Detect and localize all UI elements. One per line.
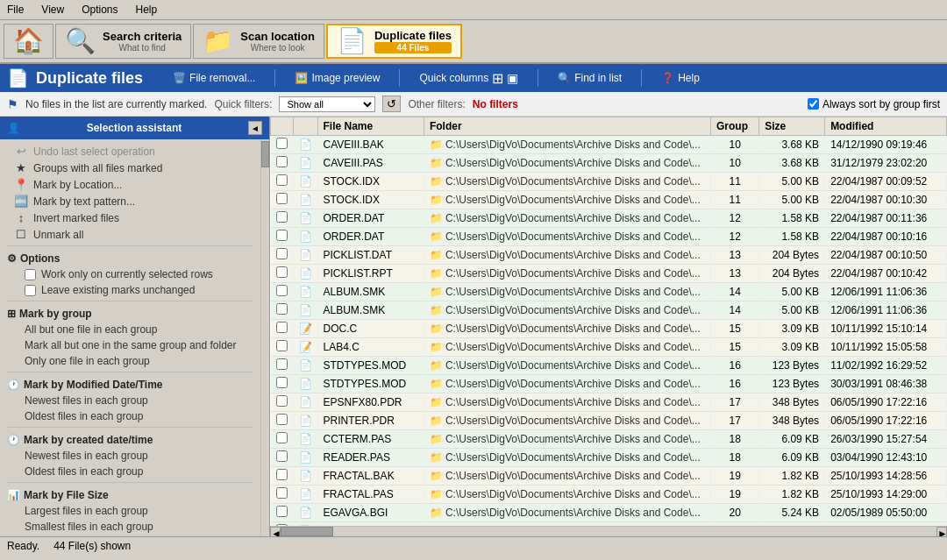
row-checkbox-cell[interactable] bbox=[271, 136, 294, 154]
h-scroll-track[interactable] bbox=[281, 527, 936, 536]
panel-item-oldest-created[interactable]: Oldest files in each group bbox=[0, 464, 260, 479]
row-checkbox[interactable] bbox=[276, 414, 288, 425]
h-scroll-left[interactable]: ◄ bbox=[270, 527, 281, 537]
table-row[interactable]: 📄 EGAVGA.BGI 📁C:\Users\DigVo\Documents\A… bbox=[271, 504, 947, 522]
panel-close-button[interactable]: ◄ bbox=[248, 121, 262, 135]
panel-item-groups-all[interactable]: ★ Groups with all files marked bbox=[0, 159, 260, 176]
panel-item-leave-existing[interactable]: Leave existing marks unchanged bbox=[0, 282, 260, 298]
horizontal-scrollbar[interactable]: ◄ ► bbox=[270, 526, 947, 536]
file-table[interactable]: File Name Folder Group Size Modified 📄 C… bbox=[270, 117, 947, 526]
home-button[interactable]: 🏠 bbox=[4, 24, 53, 59]
table-row[interactable]: 📄 CAVEIII.PAS 📁C:\Users\DigVo\Documents\… bbox=[271, 154, 947, 173]
panel-item-oldest-modified[interactable]: Oldest files in each group bbox=[0, 408, 260, 424]
duplicate-files-button[interactable]: 📄 Duplicate files 44 Files bbox=[326, 24, 462, 59]
panel-item-all-but-one[interactable]: All but one file in each group bbox=[0, 322, 260, 337]
panel-scrollbar[interactable] bbox=[260, 139, 269, 536]
row-checkbox-cell[interactable] bbox=[271, 154, 294, 173]
row-checkbox-cell[interactable] bbox=[271, 320, 294, 338]
row-checkbox-cell[interactable] bbox=[271, 467, 294, 486]
menu-options[interactable]: Options bbox=[78, 2, 121, 18]
row-checkbox-cell[interactable] bbox=[271, 283, 294, 301]
row-checkbox-cell[interactable] bbox=[271, 375, 294, 393]
row-checkbox-cell[interactable] bbox=[271, 486, 294, 504]
work-selected-checkbox[interactable] bbox=[25, 269, 36, 280]
table-row[interactable]: 📄 ALBUM.SMK 📁C:\Users\DigVo\Documents\Ar… bbox=[271, 301, 947, 320]
row-checkbox[interactable] bbox=[276, 340, 288, 351]
row-checkbox-cell[interactable] bbox=[271, 265, 294, 283]
col-size[interactable]: Size bbox=[759, 117, 825, 136]
row-checkbox-cell[interactable] bbox=[271, 209, 294, 228]
row-checkbox[interactable] bbox=[276, 266, 288, 278]
panel-item-mark-location[interactable]: 📍 Mark by Location... bbox=[0, 176, 260, 193]
panel-item-invert[interactable]: ↕ Invert marked files bbox=[0, 209, 260, 226]
table-row[interactable]: 📄 READER.PAS 📁C:\Users\DigVo\Documents\A… bbox=[271, 449, 947, 467]
table-row[interactable]: 📄 ORDER.DAT 📁C:\Users\DigVo\Documents\Ar… bbox=[271, 209, 947, 228]
panel-item-work-selected[interactable]: Work only on currently selected rows bbox=[0, 266, 260, 282]
row-checkbox[interactable] bbox=[276, 193, 288, 204]
table-row[interactable]: 📄 CCTERM.PAS 📁C:\Users\DigVo\Documents\A… bbox=[271, 430, 947, 449]
row-checkbox-cell[interactable] bbox=[271, 504, 294, 522]
row-checkbox-cell[interactable] bbox=[271, 338, 294, 357]
menu-view[interactable]: View bbox=[38, 2, 68, 18]
table-row[interactable]: 📝 DOC.C 📁C:\Users\DigVo\Documents\Archiv… bbox=[271, 320, 947, 338]
file-removal-button[interactable]: 🗑️ File removal... bbox=[167, 70, 260, 86]
row-checkbox[interactable] bbox=[276, 432, 288, 443]
panel-item-newest-modified[interactable]: Newest files in each group bbox=[0, 393, 260, 408]
row-checkbox[interactable] bbox=[276, 358, 288, 370]
panel-item-newest-created[interactable]: Newest files in each group bbox=[0, 448, 260, 464]
table-row[interactable]: 📄 STOCK.IDX 📁C:\Users\DigVo\Documents\Ar… bbox=[271, 191, 947, 209]
panel-item-undo[interactable]: ↩ Undo last select operation bbox=[0, 143, 260, 159]
panel-item-unmark-all[interactable]: ☐ Unmark all bbox=[0, 226, 260, 243]
row-checkbox[interactable] bbox=[276, 230, 288, 241]
panel-item-mark-text[interactable]: 🔤 Mark by text pattern... bbox=[0, 193, 260, 209]
panel-item-largest[interactable]: Largest files in each group bbox=[0, 503, 260, 519]
row-checkbox[interactable] bbox=[276, 303, 288, 315]
menu-file[interactable]: File bbox=[4, 2, 27, 18]
find-in-list-button[interactable]: 🔍 Find in list bbox=[552, 70, 627, 86]
row-checkbox[interactable] bbox=[276, 377, 288, 388]
row-checkbox-cell[interactable] bbox=[271, 173, 294, 191]
scan-location-button[interactable]: 📁 Scan location Where to look bbox=[193, 24, 324, 59]
table-row[interactable]: 📄 ALBUM.SMK 📁C:\Users\DigVo\Documents\Ar… bbox=[271, 283, 947, 301]
row-checkbox[interactable] bbox=[276, 248, 288, 259]
row-checkbox[interactable] bbox=[276, 211, 288, 223]
row-checkbox[interactable] bbox=[276, 487, 288, 499]
row-checkbox-cell[interactable] bbox=[271, 430, 294, 449]
panel-item-only-one[interactable]: Only one file in each group bbox=[0, 353, 260, 369]
row-checkbox[interactable] bbox=[276, 469, 288, 480]
table-row[interactable]: 📄 CAVEIII.BAK 📁C:\Users\DigVo\Documents\… bbox=[271, 136, 947, 154]
filter-refresh-button[interactable]: ↺ bbox=[382, 96, 401, 112]
image-preview-button[interactable]: 🖼️ Image preview bbox=[289, 70, 385, 86]
row-checkbox-cell[interactable] bbox=[271, 246, 294, 265]
row-checkbox[interactable] bbox=[276, 138, 288, 149]
h-scroll-right[interactable]: ► bbox=[936, 527, 947, 537]
table-row[interactable]: 📄 STDTYPES.MOD 📁C:\Users\DigVo\Documents… bbox=[271, 357, 947, 375]
row-checkbox-cell[interactable] bbox=[271, 191, 294, 209]
col-modified[interactable]: Modified bbox=[825, 117, 947, 136]
row-checkbox[interactable] bbox=[276, 156, 288, 167]
menu-help[interactable]: Help bbox=[132, 2, 161, 18]
col-group[interactable]: Group bbox=[711, 117, 759, 136]
col-filename[interactable]: File Name bbox=[317, 117, 424, 136]
table-row[interactable]: 📝 LAB4.C 📁C:\Users\DigVo\Documents\Archi… bbox=[271, 338, 947, 357]
quick-filters-select[interactable]: Show all Show marked Show unmarked bbox=[279, 96, 375, 112]
table-row[interactable]: 📄 PICKLIST.DAT 📁C:\Users\DigVo\Documents… bbox=[271, 246, 947, 265]
table-row[interactable]: 📄 PRINTER.PDR 📁C:\Users\DigVo\Documents\… bbox=[271, 412, 947, 430]
help-button[interactable]: ❓ Help bbox=[656, 70, 705, 86]
table-row[interactable]: 📄 ORDER.DAT 📁C:\Users\DigVo\Documents\Ar… bbox=[271, 228, 947, 246]
table-row[interactable]: 📄 PICKLIST.RPT 📁C:\Users\DigVo\Documents… bbox=[271, 265, 947, 283]
panel-item-smallest[interactable]: Smallest files in each group bbox=[0, 519, 260, 535]
h-scroll-thumb[interactable] bbox=[281, 527, 333, 536]
search-criteria-button[interactable]: 🔍 Search criteria What to find bbox=[55, 24, 191, 59]
panel-item-mark-all-but-one[interactable]: Mark all but one in the same group and f… bbox=[0, 337, 260, 353]
row-checkbox-cell[interactable] bbox=[271, 393, 294, 412]
row-checkbox-cell[interactable] bbox=[271, 449, 294, 467]
col-folder[interactable]: Folder bbox=[424, 117, 710, 136]
row-checkbox[interactable] bbox=[276, 450, 288, 462]
quick-columns-button[interactable]: Quick columns ⊞ ▣ bbox=[414, 68, 523, 89]
table-row[interactable]: 📄 FRACTAL.PAS 📁C:\Users\DigVo\Documents\… bbox=[271, 486, 947, 504]
row-checkbox-cell[interactable] bbox=[271, 412, 294, 430]
table-row[interactable]: 📄 STDTYPES.MOD 📁C:\Users\DigVo\Documents… bbox=[271, 375, 947, 393]
row-checkbox[interactable] bbox=[276, 285, 288, 296]
table-row[interactable]: 📄 EPSNFX80.PDR 📁C:\Users\DigVo\Documents… bbox=[271, 393, 947, 412]
